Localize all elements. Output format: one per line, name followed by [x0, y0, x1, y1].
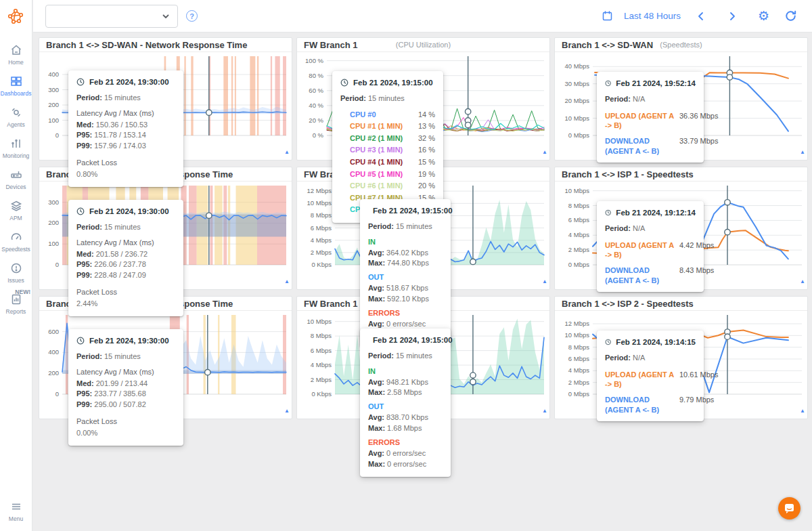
svg-text:0: 0: [55, 390, 59, 398]
sidebar-item-agents[interactable]: Agents: [0, 102, 32, 133]
sidebar-item-monitoring[interactable]: Monitoring: [0, 133, 32, 164]
cpu-series-value: 32 %: [418, 133, 435, 145]
topbar: ? Last 48 Hours ⚙: [33, 0, 812, 33]
tooltip-timestamp: Feb 21 2024, 19:12:14: [616, 207, 696, 219]
speed-series-label: DOWNLOAD (AGENT A <- B): [605, 395, 674, 415]
chart-area[interactable]: 0 Mbps2 Mbps4 Mbps6 Mbps8 Mbps10 Mbps12 …: [555, 311, 807, 418]
resize-triangle-icon[interactable]: ▲: [284, 279, 290, 284]
resize-triangle-icon[interactable]: ▲: [800, 150, 805, 155]
packet-loss-label: Packet Loss: [76, 287, 175, 298]
crosshair-marker: [205, 369, 210, 375]
speedtest-stat-row: DOWNLOAD (AGENT A <- B)9.79 Mbps: [605, 395, 696, 415]
stat-value: 151.78 / 153.14: [92, 131, 146, 139]
refresh-button[interactable]: [779, 7, 803, 25]
next-period-button[interactable]: [721, 8, 743, 24]
gear-icon: ⚙: [758, 9, 769, 22]
chart-area[interactable]: 0 %20 %40 %60 %80 %100 %21/02▲Feb 21 202…: [297, 52, 549, 159]
chart-area[interactable]: 0 Mbps2 Mbps4 Mbps6 Mbps8 Mbps10 Mbps21/…: [555, 182, 807, 289]
period-key: Period:: [368, 222, 394, 230]
packet-loss-value: 2.44%: [76, 299, 175, 310]
svg-text:8 Mbps: 8 Mbps: [568, 343, 589, 351]
svg-text:100: 100: [48, 116, 59, 124]
panel-header: FW Branch 1(CPU Utilization): [297, 38, 549, 52]
tooltip-period: Period: 15 minutes: [340, 93, 435, 104]
chart-tooltip: Feb 21 2024, 19:12:14Period: N/AUPLOAD (…: [597, 201, 704, 292]
cpu-series-label: CPU #2 (1 MIN): [350, 133, 403, 145]
resize-triangle-icon[interactable]: ▲: [542, 150, 547, 155]
dashboard-select[interactable]: [45, 5, 178, 28]
cpu-series-value: 16 %: [418, 144, 435, 156]
calendar-icon: [602, 10, 613, 22]
tooltip-period: Period: N/A: [605, 353, 696, 364]
resize-triangle-icon[interactable]: ▲: [542, 279, 547, 284]
svg-text:400: 400: [48, 70, 59, 78]
chevron-right-icon: [727, 11, 738, 22]
chart-area[interactable]: 010020030021/02▲Feb 21 2024, 19:30:00Per…: [39, 182, 292, 289]
svg-text:8 Mbps: 8 Mbps: [311, 332, 332, 339]
svg-text:0: 0: [55, 131, 59, 139]
svg-text:0 Mbps: 0 Mbps: [568, 390, 589, 398]
stat-key: P95:: [76, 260, 92, 268]
dashboard-grid: Branch 1 <-> SD-WAN - Network Response T…: [39, 37, 808, 419]
chat-launcher[interactable]: [778, 497, 800, 519]
tooltip-stat-row: Med: 150.36 / 150.53: [76, 120, 175, 131]
stat-key: Avg:: [368, 320, 384, 328]
svg-text:600: 600: [48, 328, 59, 335]
sidebar-item-reports[interactable]: NEW! Reports: [0, 289, 32, 320]
svg-text:4 Mbps: 4 Mbps: [568, 366, 589, 374]
resize-triangle-icon[interactable]: ▲: [284, 408, 290, 414]
svg-text:0 Mbps: 0 Mbps: [568, 261, 589, 268]
sidebar-item-speedtests[interactable]: Speedtests: [0, 226, 32, 257]
resize-triangle-icon[interactable]: ▲: [284, 150, 290, 155]
cpu-stat-row: CPU #5 (1 MIN)19 %: [350, 169, 435, 181]
svg-text:100 %: 100 %: [305, 57, 323, 64]
chevron-down-icon: [161, 12, 171, 21]
wan-section-label: OUT: [368, 272, 443, 283]
hamburger-menu-icon: [9, 500, 23, 513]
calendar-button[interactable]: [596, 7, 618, 24]
speed-series-value: 10.61 Mbps: [679, 370, 718, 389]
panel-title: Branch 1 <-> SD-WAN: [562, 40, 657, 50]
chart-area[interactable]: 020040060021/02▲Feb 21 2024, 19:30:00Per…: [39, 311, 292, 418]
resize-triangle-icon[interactable]: ▲: [800, 408, 805, 414]
chart-panel-sdwan-speed: Branch 1 <-> SD-WAN(Speedtests)0 Mbps10 …: [554, 37, 808, 161]
crosshair-marker: [725, 229, 730, 234]
svg-text:300: 300: [48, 86, 59, 93]
sidebar-item-issues[interactable]: Issues: [0, 257, 32, 289]
previous-period-button[interactable]: [690, 8, 712, 24]
svg-text:200: 200: [48, 101, 59, 108]
svg-text:0 Kbps: 0 Kbps: [311, 390, 332, 398]
sidebar-item-devices[interactable]: Devices: [0, 164, 32, 195]
app-logo[interactable]: [0, 0, 32, 33]
period-key: Period:: [605, 224, 631, 232]
monitoring-icon: [9, 137, 23, 150]
svg-text:200: 200: [48, 219, 59, 226]
sidebar-item-menu[interactable]: Menu: [0, 496, 32, 527]
cpu-stat-row: CPU #2 (1 MIN)32 %: [350, 133, 435, 145]
stat-value: 948.21 Kbps: [384, 378, 428, 386]
resize-triangle-icon[interactable]: ▲: [800, 279, 805, 284]
period-key: Period:: [605, 95, 631, 103]
svg-text:100: 100: [48, 240, 59, 247]
stat-value: 0 errors/sec: [384, 449, 426, 457]
help-icon[interactable]: ?: [186, 10, 198, 22]
sidebar-item-dashboards[interactable]: Dashboards: [0, 70, 32, 102]
stat-value: 233.77 / 385.68: [92, 389, 146, 398]
time-range-label[interactable]: Last 48 Hours: [624, 11, 681, 21]
stat-key: P95:: [76, 389, 92, 398]
crosshair-marker: [470, 373, 476, 378]
chevron-left-icon: [696, 11, 706, 22]
sidebar-item-home[interactable]: Home: [0, 39, 32, 70]
settings-button[interactable]: ⚙: [752, 7, 775, 25]
chart-area[interactable]: 010020030040021/02▲Feb 21 2024, 19:30:00…: [39, 52, 292, 159]
svg-text:30 Mbps: 30 Mbps: [565, 80, 590, 87]
panel-header: Branch 1 <-> SD-WAN - Network Response T…: [39, 38, 292, 52]
chart-tooltip: Feb 21 2024, 19:30:00Period: 15 minutesL…: [68, 200, 183, 316]
tooltip-stat-row: P99: 228.48 / 247.09: [76, 270, 175, 281]
sidebar-item-apm[interactable]: APM: [0, 195, 32, 226]
period-value: N/A: [631, 95, 645, 103]
chart-area[interactable]: 0 Mbps10 Mbps20 Mbps30 Mbps40 Mbps21/02▲…: [555, 52, 807, 159]
svg-text:0 Mbps: 0 Mbps: [568, 131, 589, 139]
wan-section-label: OUT: [368, 402, 443, 412]
resize-triangle-icon[interactable]: ▲: [542, 408, 547, 414]
